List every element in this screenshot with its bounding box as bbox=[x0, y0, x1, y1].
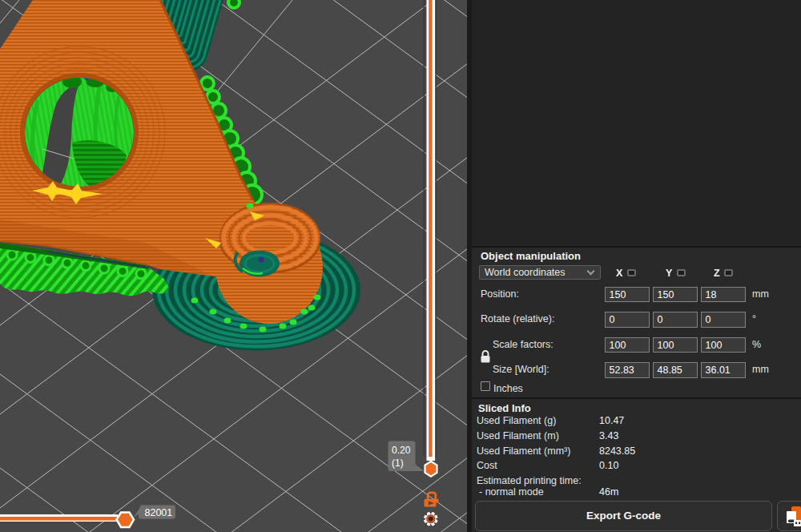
svg-text:82001: 82001 bbox=[145, 507, 173, 518]
svg-text:0.20: 0.20 bbox=[392, 445, 411, 456]
svg-text:(1): (1) bbox=[392, 457, 404, 469]
